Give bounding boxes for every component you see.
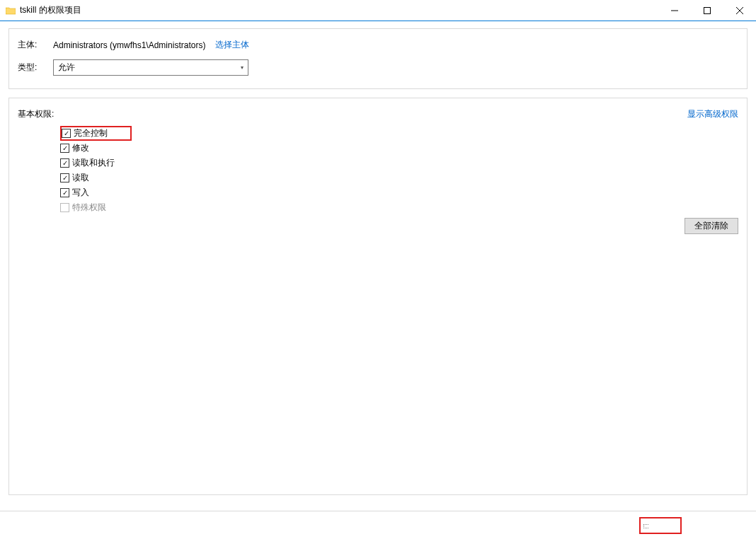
- checkbox-full-control[interactable]: [62, 129, 71, 138]
- perm-item-special: 特殊权限: [60, 200, 738, 215]
- type-label: 类型:: [18, 62, 53, 74]
- perm-label-modify: 修改: [72, 142, 89, 154]
- perm-label-special: 特殊权限: [72, 202, 106, 214]
- perm-item-modify: 修改: [60, 141, 738, 156]
- perm-label-full-control: 完全控制: [74, 127, 108, 139]
- svg-rect-1: [704, 7, 711, 13]
- type-selected-value: 允许: [58, 62, 75, 74]
- window-title: tskill 的权限项目: [20, 4, 81, 16]
- principal-value: Administrators (ymwfhs1\Administrators): [53, 40, 205, 50]
- type-row: 类型: 允许 ▾: [18, 59, 738, 76]
- perm-item-read: 读取: [60, 170, 738, 185]
- close-button[interactable]: [723, 0, 756, 21]
- permissions-header: 基本权限: 显示高级权限: [18, 108, 738, 120]
- titlebar-left: tskill 的权限项目: [6, 4, 81, 16]
- clear-all-button[interactable]: 全部清除: [685, 218, 738, 234]
- perm-label-read: 读取: [72, 172, 89, 184]
- content-area: 主体: Administrators (ymwfhs1\Administrato…: [0, 21, 756, 509]
- checkbox-read[interactable]: [60, 173, 69, 182]
- perm-item-full-control: 完全控制: [60, 126, 738, 141]
- checkbox-modify[interactable]: [60, 144, 69, 153]
- footer-area: [0, 511, 756, 539]
- titlebar: tskill 的权限项目: [0, 0, 756, 21]
- type-select[interactable]: 允许 ▾: [53, 59, 248, 76]
- select-principal-link[interactable]: 选择主体: [215, 39, 249, 51]
- principal-label: 主体:: [18, 39, 53, 51]
- principal-type-panel: 主体: Administrators (ymwfhs1\Administrato…: [8, 28, 748, 89]
- minimize-button[interactable]: [658, 0, 691, 21]
- checkbox-write[interactable]: [60, 188, 69, 197]
- principal-row: 主体: Administrators (ymwfhs1\Administrato…: [18, 39, 738, 51]
- show-advanced-link[interactable]: 显示高级权限: [687, 108, 738, 120]
- permissions-list: 完全控制 修改 读取和执行 读取 写入 特殊权限: [60, 126, 738, 215]
- folder-icon: [6, 6, 16, 15]
- perm-item-write: 写入: [60, 185, 738, 200]
- basic-permissions-label: 基本权限:: [18, 108, 54, 120]
- checkbox-read-execute[interactable]: [60, 158, 69, 168]
- highlight-full-control: 完全控制: [60, 126, 132, 141]
- permissions-panel: 基本权限: 显示高级权限 完全控制 修改 读取和执行 读取: [8, 98, 748, 495]
- perm-item-read-execute: 读取和执行: [60, 156, 738, 170]
- perm-label-write: 写入: [72, 187, 89, 199]
- maximize-button[interactable]: [691, 0, 723, 21]
- window-controls: [658, 0, 756, 21]
- perm-label-read-execute: 读取和执行: [72, 157, 115, 169]
- chevron-down-icon: ▾: [241, 64, 244, 71]
- checkbox-special: [60, 203, 69, 212]
- footer-ok-highlight: [639, 517, 682, 534]
